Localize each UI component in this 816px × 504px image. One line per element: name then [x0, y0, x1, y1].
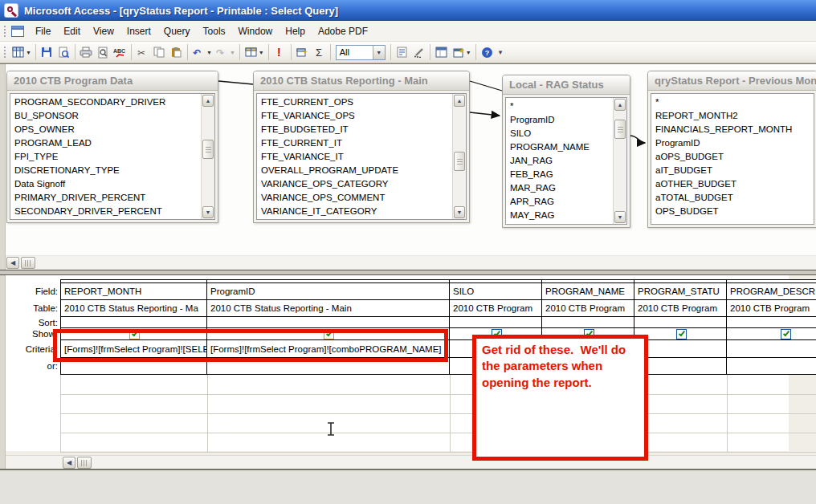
- field-list-local-rag-status[interactable]: Local - RAG Status*ProgramIDSILOPROGRAM_…: [502, 75, 630, 228]
- save-button[interactable]: [39, 43, 55, 61]
- grid-cell-or-4[interactable]: [634, 358, 727, 375]
- scrollbar-thumb[interactable]: [202, 140, 214, 159]
- grid-cell-field-1[interactable]: ProgramID: [207, 283, 450, 300]
- totals-button[interactable]: Σ: [311, 43, 328, 61]
- menu-item-window[interactable]: Window: [232, 22, 279, 40]
- redo-button[interactable]: ↷▼: [214, 43, 237, 61]
- field-item-program-lead[interactable]: PROGRAM_LEAD: [10, 136, 200, 150]
- field-list-scrollbar[interactable]: ▲▼: [201, 94, 214, 219]
- menu-item-insert[interactable]: Insert: [120, 22, 157, 40]
- menu-item-query[interactable]: Query: [157, 22, 197, 40]
- field-item-primary-driver-percent[interactable]: PRIMARY_DRIVER_PERCENT: [10, 191, 200, 205]
- grid-cell-sort-0[interactable]: [60, 317, 207, 328]
- field-item-secondary-driver-percent[interactable]: SECONDARY_DRIVER_PERCENT: [10, 205, 200, 218]
- scroll-left-icon[interactable]: ◀: [63, 457, 75, 469]
- field-item-atotal-budget[interactable]: aTOTAL_BUDGET: [651, 191, 814, 205]
- scroll-down-icon[interactable]: ▼: [202, 206, 214, 218]
- grid-cell-table-3[interactable]: 2010 CTB Program: [542, 300, 634, 317]
- scroll-left-icon[interactable]: ◀: [6, 257, 19, 269]
- field-item-financials-report-month[interactable]: FINANCIALS_REPORT_MONTH: [651, 123, 814, 136]
- field-list-qrystatus-report-previous-mont[interactable]: qryStatus Report - Previous Mont*REPORT_…: [647, 71, 816, 228]
- run-button[interactable]: !: [271, 43, 288, 61]
- print-preview-button[interactable]: [95, 43, 112, 61]
- chevron-down-icon[interactable]: ▼: [230, 50, 235, 55]
- grid-cell-criteria-5[interactable]: [727, 340, 816, 358]
- field-item-apr-rag[interactable]: APR_RAG: [506, 195, 612, 209]
- grid-cell-sort-3[interactable]: [542, 317, 634, 328]
- field-item-aother-budget[interactable]: aOTHER_BUDGET: [651, 177, 814, 191]
- field-item-fpi-type[interactable]: FPI_TYPE: [10, 150, 200, 164]
- field-item-fte-variance-ops[interactable]: FTE_VARIANCE_OPS: [257, 109, 451, 123]
- cut-button[interactable]: ✂: [134, 43, 151, 61]
- help-button[interactable]: ?: [479, 43, 496, 61]
- field-item-report-month2[interactable]: REPORT_MONTH2: [651, 109, 814, 123]
- query-type-button[interactable]: ▼: [243, 43, 266, 61]
- field-item-may-rag[interactable]: MAY_RAG: [506, 209, 612, 222]
- grid-cell-field-0[interactable]: REPORT_MONTH: [60, 283, 207, 300]
- menu-item-help[interactable]: Help: [279, 22, 312, 40]
- field-item-aops-budget[interactable]: aOPS_BUDGET: [651, 150, 814, 164]
- scroll-down-icon[interactable]: ▼: [454, 206, 465, 218]
- new-object-button[interactable]: ★▼: [450, 43, 473, 61]
- grid-cell-sort-4[interactable]: [634, 317, 727, 328]
- field-item-ops-owner[interactable]: OPS_OWNER: [10, 123, 200, 136]
- chevron-down-icon[interactable]: ▼: [206, 50, 212, 55]
- field-item-programid[interactable]: ProgramID: [651, 136, 814, 150]
- toolbar-overflow-chevron[interactable]: ▾: [496, 48, 505, 56]
- field-list-scrollbar[interactable]: ▲▼: [452, 94, 466, 219]
- grid-cell-criteria-4[interactable]: [634, 340, 727, 358]
- grid-cell-table-5[interactable]: 2010 CTB Program: [727, 300, 816, 317]
- menu-grip[interactable]: [2, 24, 6, 39]
- top-values-combo[interactable]: All▼: [336, 45, 386, 60]
- grid-cell-or-5[interactable]: [727, 358, 816, 375]
- title-bar[interactable]: Microsoft Access - [qryStatus Report - P…: [0, 0, 816, 21]
- pane-splitter[interactable]: [0, 270, 816, 275]
- field-list-2010-ctb-status-reporting-main[interactable]: 2010 CTB Status Reporting - MainFTE_CURR…: [253, 71, 470, 223]
- menu-item-file[interactable]: File: [29, 22, 57, 40]
- top-pane-hscrollbar[interactable]: ◀: [6, 255, 816, 270]
- field-item-programid[interactable]: ProgramID: [506, 113, 612, 127]
- field-item-fte-variance-it[interactable]: FTE_VARIANCE_IT: [257, 150, 451, 164]
- grid-cell-field-3[interactable]: PROGRAM_NAME: [542, 283, 634, 300]
- scrollbar-thumb[interactable]: [614, 120, 626, 139]
- database-window-button[interactable]: [433, 43, 450, 61]
- field-list-scrollbar[interactable]: ▲▼: [613, 98, 626, 224]
- scrollbar-thumb[interactable]: [454, 152, 465, 171]
- chevron-down-icon[interactable]: ▼: [373, 46, 385, 59]
- spelling-button[interactable]: ABC: [112, 43, 129, 61]
- undo-button[interactable]: ↶▼: [190, 43, 214, 61]
- field-item-[interactable]: *: [651, 96, 814, 109]
- menu-item-adobe-pdf[interactable]: Adobe PDF: [312, 22, 374, 40]
- menu-item-tools[interactable]: Tools: [197, 22, 232, 40]
- grid-cell-sort-5[interactable]: [727, 317, 816, 328]
- scroll-up-icon[interactable]: ▲: [454, 95, 465, 107]
- grid-cell-field-5[interactable]: PROGRAM_DESCR: [727, 283, 816, 300]
- field-item-program-secondary-driver[interactable]: PROGRAM_SECONDARY_DRIVER: [10, 96, 200, 109]
- scroll-down-icon[interactable]: ▼: [614, 211, 626, 223]
- print-button[interactable]: [78, 43, 95, 61]
- file-search-button[interactable]: [55, 43, 72, 61]
- show-table-button[interactable]: +: [294, 43, 311, 61]
- scroll-up-icon[interactable]: ▲: [202, 95, 214, 107]
- field-item-fte-current-it[interactable]: FTE_CURRENT_IT: [257, 136, 451, 150]
- pane-split-handle[interactable]: [21, 257, 35, 269]
- field-item-mar-rag[interactable]: MAR_RAG: [506, 181, 612, 195]
- field-item-ops-budget[interactable]: OPS_BUDGET: [651, 205, 814, 218]
- grid-cell-table-1[interactable]: 2010 CTB Status Reporting - Main: [207, 300, 450, 317]
- grid-hscrollbar[interactable]: ◀: [6, 455, 816, 469]
- grid-cell-table-4[interactable]: 2010 CTB Program: [634, 300, 727, 317]
- grid-cell-table-2[interactable]: 2010 CTB Program: [450, 300, 542, 317]
- field-item-variance-ops-comment[interactable]: VARIANCE_OPS_COMMENT: [257, 191, 451, 205]
- field-list-2010-ctb-program-data[interactable]: 2010 CTB Program DataPROGRAM_SECONDARY_D…: [6, 71, 218, 223]
- field-item-silo[interactable]: SILO: [506, 127, 612, 140]
- menu-item-edit[interactable]: Edit: [57, 22, 87, 40]
- view-button[interactable]: ▼: [10, 43, 33, 61]
- field-item-fte-current-ops[interactable]: FTE_CURRENT_OPS: [257, 96, 451, 109]
- grid-cell-sort-1[interactable]: [207, 317, 450, 328]
- field-item-bu-sponsor[interactable]: BU_SPONSOR: [10, 109, 200, 123]
- show-checkbox-4[interactable]: [676, 329, 687, 339]
- field-item-ait-budget[interactable]: aIT_BUDGET: [651, 164, 814, 177]
- chevron-down-icon[interactable]: ▼: [466, 50, 471, 55]
- query-window-icon[interactable]: [11, 26, 24, 37]
- field-item-jan-rag[interactable]: JAN_RAG: [506, 154, 612, 168]
